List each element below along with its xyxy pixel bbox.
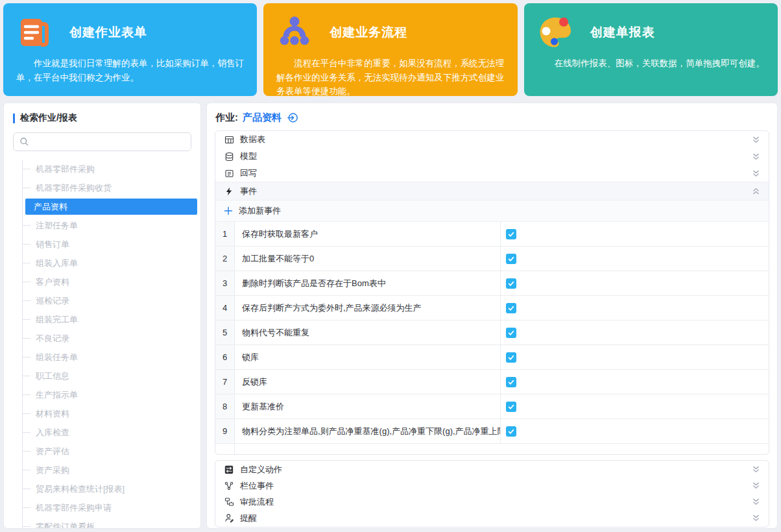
section-custom-action[interactable]: 自定义动作 [215, 461, 769, 478]
sidebar-item[interactable]: 机器零部件采购申请 [23, 498, 200, 517]
event-enabled-checkbox[interactable] [506, 352, 516, 363]
chevron-double-down-icon[interactable] [752, 498, 760, 506]
section-label: 数据表 [240, 134, 746, 145]
event-enabled-checkbox[interactable] [506, 254, 516, 264]
sidebar-item[interactable]: 职工信息 [23, 367, 200, 385]
field-event-icon [224, 481, 234, 490]
card-header: 创建作业表单 [16, 14, 245, 51]
event-checkbox-cell [501, 419, 769, 443]
sidebar-item[interactable]: 巡检记录 [23, 291, 200, 310]
search-box[interactable] [13, 132, 191, 151]
event-enabled-checkbox[interactable] [506, 402, 516, 412]
chevron-double-up-icon[interactable] [752, 187, 760, 195]
chevron-double-down-icon[interactable] [752, 169, 760, 178]
add-event-button[interactable]: 添加新事件 [215, 200, 769, 222]
card-create-report[interactable]: 创建单报表 在线制作报表、图标，关联数据，简单拖拽即可创建。 [524, 3, 778, 96]
card-create-business-flow[interactable]: 创建业务流程 流程在平台中非常的重要，如果没有流程，系统无法理解各作业的业务关系… [263, 3, 517, 96]
sidebar-item-selected[interactable]: 产品资料 [23, 197, 200, 216]
event-enabled-checkbox[interactable] [506, 328, 516, 338]
event-row[interactable]: 9物料分类为注塑单品,则产品净重基准(g),产品净重下限(g),产品净重上限(g… [215, 419, 769, 444]
database-icon [224, 152, 234, 162]
refresh-icon[interactable] [287, 112, 298, 123]
sidebar-item[interactable]: 机器零部件采购收货 [23, 178, 200, 197]
sidebar-item[interactable]: 不良记录 [23, 329, 200, 348]
event-row[interactable]: 7反锁库 [215, 370, 769, 394]
event-checkbox-cell [501, 247, 769, 271]
sidebar-item-label: 材料资料 [36, 405, 195, 422]
sidebar-item[interactable]: 生产指示单 [23, 385, 200, 404]
chevron-double-down-icon[interactable] [752, 136, 760, 144]
add-event-label: 添加新事件 [239, 205, 281, 217]
job-name-link[interactable]: 产品资料 [243, 112, 282, 124]
event-enabled-checkbox[interactable] [506, 377, 516, 387]
sidebar-item-label: 职工信息 [36, 368, 195, 384]
card-description: 流程在平台中非常的重要，如果没有流程，系统无法理解各作业的业务关系，无法实现待办… [276, 56, 505, 96]
check-icon [509, 405, 514, 408]
event-text: 物料分类为注塑单品,则产品净重基准(g),产品净重下限(g),产品净重上限(g)… [235, 419, 501, 443]
event-row[interactable]: 1保存时获取最新客户 [215, 222, 769, 247]
section-reminder[interactable]: 提醒 [215, 510, 769, 526]
sidebar-item[interactable]: 入库检查 [23, 423, 200, 442]
event-text: 锁库 [235, 345, 501, 369]
sidebar-item[interactable]: 组装任务单 [23, 348, 200, 367]
event-number: 4 [215, 296, 235, 320]
section-events[interactable]: 事件 [215, 182, 769, 200]
event-row[interactable]: 3删除时判断该产品是否存在于Bom表中 [215, 271, 769, 296]
sidebar-item[interactable]: 客户资料 [23, 272, 200, 291]
search-input[interactable] [33, 137, 185, 147]
event-row[interactable]: 6锁库 [215, 345, 769, 370]
sidebar-item-label: 机器零部件采购申请 [36, 500, 195, 516]
check-icon [509, 257, 514, 260]
job-header: 作业: 产品资料 [215, 108, 769, 127]
event-enabled-checkbox[interactable] [506, 278, 516, 289]
sidebar-item[interactable]: 注塑任务单 [23, 216, 200, 235]
event-number: 5 [215, 320, 235, 345]
chevron-double-down-icon[interactable] [752, 481, 760, 490]
more-sections-card: 自定义动作 栏位事件 [215, 460, 769, 527]
event-row[interactable]: 8更新基准价 [215, 394, 769, 419]
sidebar-item[interactable]: 组装入库单 [23, 254, 200, 272]
event-row[interactable]: 4保存后判断产方式为委外时,产品来源必须为生产 [215, 296, 769, 320]
event-enabled-checkbox[interactable] [506, 426, 516, 437]
event-row[interactable]: 5物料代号不能重复 [215, 320, 769, 345]
event-text: 反锁库 [235, 370, 501, 394]
sidebar-tree: 机器零部件采购机器零部件采购收货产品资料注塑任务单销售订单组装入库单客户资料巡检… [22, 160, 200, 528]
event-checkbox-cell [501, 271, 769, 295]
sidebar-item-label: 销售订单 [36, 236, 195, 252]
sidebar-item-label: 机器零部件采购收货 [36, 180, 195, 196]
chevron-double-down-icon[interactable] [752, 514, 760, 522]
sidebar-item[interactable]: 贸易来料检查统计[报表] [23, 479, 200, 498]
events-tail-cell [215, 444, 235, 454]
section-label: 审批流程 [240, 496, 746, 508]
sidebar-item[interactable]: 材料资料 [23, 404, 200, 423]
event-text: 保存后判断产方式为委外时,产品来源必须为生产 [235, 296, 501, 320]
job-label: 作业: [215, 112, 238, 124]
section-writeback[interactable]: 回写 [215, 165, 769, 182]
section-approval-flow[interactable]: 审批流程 [215, 494, 769, 510]
sidebar-item[interactable]: 资产采购 [23, 461, 200, 479]
sidebar-item-label: 机器零部件采购 [36, 161, 195, 177]
check-icon [509, 306, 514, 309]
chevron-double-down-icon[interactable] [752, 465, 760, 474]
section-field-events[interactable]: 栏位事件 [215, 478, 769, 494]
flow-person-icon [276, 14, 313, 51]
event-row[interactable]: 2加工批量不能等于0 [215, 247, 769, 271]
section-model[interactable]: 模型 [215, 148, 769, 165]
section-datatable[interactable]: 数据表 [215, 131, 769, 148]
event-enabled-checkbox[interactable] [506, 229, 516, 239]
event-text: 保存时获取最新客户 [235, 222, 501, 246]
sidebar-item[interactable]: 资产评估 [23, 442, 200, 461]
sidebar-title: 检索作业/报表 [20, 112, 77, 124]
sidebar-item[interactable]: 销售订单 [23, 235, 200, 254]
check-icon [509, 232, 514, 236]
sidebar-item-label: 贸易来料检查统计[报表] [36, 481, 195, 497]
main-panel: 作业: 产品资料 [206, 103, 778, 529]
sidebar-item[interactable]: 机器零部件采购 [23, 160, 200, 178]
sidebar-item-label: 注塑任务单 [36, 217, 195, 234]
card-create-job-form[interactable]: 创建作业表单 作业就是我们日常理解的表单，比如采购订单，销售订单，在平台中我们称… [3, 3, 257, 96]
event-enabled-checkbox[interactable] [506, 303, 516, 313]
sidebar-item[interactable]: 零配件订单看板 [23, 517, 200, 528]
chevron-double-down-icon[interactable] [752, 152, 760, 161]
check-icon [509, 380, 514, 383]
sidebar-item[interactable]: 组装完工单 [23, 310, 200, 329]
